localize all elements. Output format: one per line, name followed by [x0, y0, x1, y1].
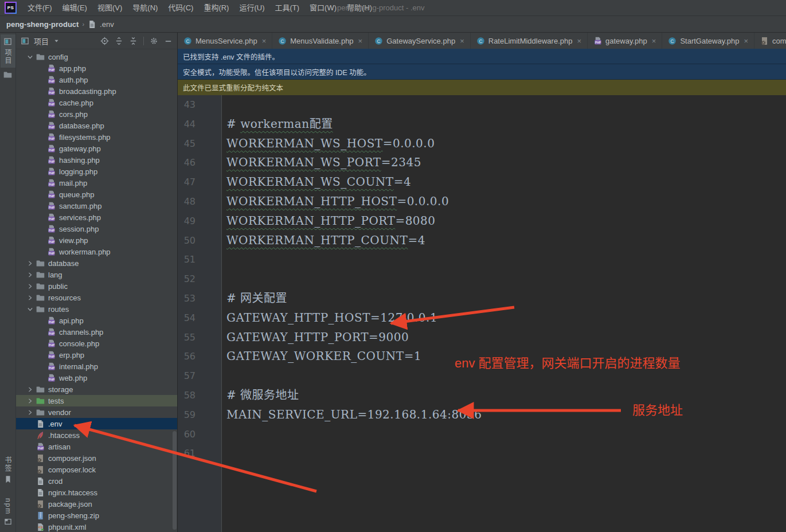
editor-tab[interactable]: CStartGateway.php× — [662, 33, 754, 49]
breadcrumb-project[interactable]: peng-sheng-product — [6, 20, 79, 29]
close-icon[interactable]: × — [652, 37, 656, 45]
tree-item[interactable]: tests — [16, 395, 177, 406]
tree-item[interactable]: .env — [16, 418, 177, 429]
locate-icon[interactable] — [100, 37, 109, 45]
tree-item[interactable]: PHPqueue.php — [16, 189, 177, 200]
tree-item[interactable]: vendor — [16, 406, 177, 418]
code-text[interactable]: # 微服务地址 — [226, 386, 299, 405]
chevron-right-icon[interactable] — [24, 271, 36, 279]
chevron-right-icon[interactable] — [24, 283, 36, 290]
tree-item[interactable]: PHPsanctum.php — [16, 200, 177, 212]
tree-item[interactable]: PHPfilesystems.php — [16, 131, 177, 143]
tree-item[interactable]: lang — [16, 269, 177, 280]
tree-item[interactable]: PHPapi.php — [16, 315, 177, 326]
menu-item[interactable]: 窗口(W) — [304, 0, 342, 15]
chevron-right-icon[interactable] — [24, 386, 36, 393]
hide-icon[interactable] — [164, 37, 173, 45]
tree-item[interactable]: .htaccess — [16, 429, 177, 441]
tree-item[interactable]: PHPconsole.php — [16, 338, 177, 349]
settings-icon[interactable] — [150, 37, 158, 45]
tree-item[interactable]: package.json — [16, 498, 177, 510]
tree-item[interactable]: composer.json — [16, 452, 177, 464]
chevron-right-icon[interactable] — [24, 294, 36, 302]
tree-item[interactable]: PHPhashing.php — [16, 154, 177, 166]
menu-item[interactable]: 视图(V) — [92, 0, 127, 15]
editor-tab[interactable]: PHPgateway.php× — [588, 33, 662, 49]
menu-item[interactable]: 导航(N) — [127, 0, 163, 15]
editor-tab[interactable]: CMenusService.php× — [178, 33, 272, 49]
tree-item[interactable]: PHPlogging.php — [16, 166, 177, 177]
tool-window-button-npm[interactable]: npm — [1, 495, 15, 529]
tree-item[interactable]: crod — [16, 475, 177, 487]
tree-item[interactable]: PHPinternal.php — [16, 361, 177, 372]
tree-item[interactable]: PHPworkerman.php — [16, 246, 177, 257]
code-text[interactable]: WORKERMAN_WS_COUNT=4 — [226, 173, 411, 192]
breadcrumb-file[interactable]: .env — [100, 20, 114, 29]
editor-tab[interactable]: composer.json — [754, 33, 786, 49]
chevron-right-icon[interactable] — [24, 409, 36, 416]
tree-item[interactable]: <>phpunit.xml — [16, 521, 177, 532]
code-text[interactable]: GATEWAY_WORKER_COUNT=1 — [226, 347, 421, 366]
tree-item[interactable]: PHPcors.php — [16, 108, 177, 120]
code-text[interactable]: WORKERMAN_HTTP_PORT=8080 — [226, 212, 436, 231]
code-text[interactable]: # 网关配置 — [226, 289, 287, 308]
tree-item[interactable]: PHPauth.php — [16, 74, 177, 85]
chevron-right-icon[interactable] — [24, 260, 36, 267]
menu-item[interactable]: 编辑(E) — [57, 0, 92, 15]
tree-item[interactable]: PHPdatabase.php — [16, 120, 177, 131]
chevron-down-icon[interactable] — [24, 53, 36, 61]
tree-item[interactable]: config — [16, 51, 177, 62]
chevron-right-icon[interactable] — [24, 397, 36, 405]
menu-item[interactable]: 重构(R) — [198, 0, 234, 15]
close-icon[interactable]: × — [358, 37, 363, 45]
editor-tab[interactable]: CMenusValidate.php× — [272, 33, 369, 49]
project-panel-title[interactable]: 项目 — [34, 36, 49, 46]
tool-window-button-书签[interactable]: 书签 — [1, 453, 15, 486]
menu-item[interactable]: 工具(T) — [269, 0, 304, 15]
tree-item[interactable]: database — [16, 257, 177, 269]
expand-all-icon[interactable] — [115, 37, 123, 45]
tree-item[interactable]: PHPbroadcasting.php — [16, 85, 177, 97]
tree-item[interactable]: routes — [16, 303, 177, 315]
tree-item[interactable]: composer.lock — [16, 464, 177, 475]
close-icon[interactable]: × — [262, 37, 267, 45]
tree-item[interactable]: PHPgateway.php — [16, 143, 177, 154]
code-text[interactable]: GATEWAY_HTTP_PORT=9000 — [226, 328, 409, 347]
tree-item[interactable]: nginx.htaccess — [16, 487, 177, 498]
collapse-all-icon[interactable] — [129, 37, 138, 45]
tree-item[interactable]: PHPapp.php — [16, 62, 177, 74]
tree-item[interactable]: PHPservices.php — [16, 212, 177, 223]
tree-item[interactable]: PHPweb.php — [16, 372, 177, 384]
tree-item[interactable]: resources — [16, 292, 177, 303]
tree-item[interactable]: peng-sheng.zip — [16, 510, 177, 521]
code-editor[interactable]: 4344# workerman配置45WORKERMAN_WS_HOST=0.0… — [178, 95, 786, 532]
close-icon[interactable]: × — [460, 37, 464, 45]
close-icon[interactable]: × — [577, 37, 581, 45]
menu-item[interactable]: 代码(C) — [163, 0, 198, 15]
tree-item[interactable]: PHPview.php — [16, 234, 177, 246]
chevron-down-icon[interactable] — [53, 38, 60, 44]
code-text[interactable]: # workerman配置 — [226, 115, 333, 134]
chevron-down-icon[interactable] — [24, 306, 36, 313]
code-text[interactable]: GATEWAY_HTTP_HOST=127.0.0.1 — [226, 308, 437, 328]
tree-item[interactable]: PHPmail.php — [16, 177, 177, 189]
close-icon[interactable]: × — [744, 37, 748, 45]
editor-tab[interactable]: CGatewayService.php× — [369, 33, 471, 49]
tree-item[interactable]: PHPartisan — [16, 441, 177, 452]
code-text[interactable]: WORKERMAN_HTTP_COUNT=4 — [226, 231, 425, 251]
tree-item[interactable]: public — [16, 280, 177, 292]
code-text[interactable]: WORKERMAN_WS_PORT=2345 — [226, 153, 421, 173]
tree-item[interactable]: PHPerp.php — [16, 349, 177, 361]
code-text[interactable]: MAIN_SERVICE_URL=192.168.1.64:8036 — [226, 405, 482, 425]
tree-item[interactable]: PHPcache.php — [16, 97, 177, 108]
project-scrollbar[interactable] — [173, 431, 177, 530]
menu-item[interactable]: 文件(F) — [22, 0, 57, 15]
code-text[interactable]: WORKERMAN_HTTP_HOST=0.0.0.0 — [226, 192, 449, 212]
tree-item[interactable]: storage — [16, 384, 177, 395]
tool-window-button-项目[interactable]: 项目 — [1, 34, 15, 68]
tool-window-button-folder[interactable] — [1, 68, 15, 82]
tree-item[interactable]: PHPsession.php — [16, 223, 177, 234]
tree-item[interactable]: PHPchannels.php — [16, 326, 177, 338]
editor-tab[interactable]: CRateLimitMiddleware.php× — [471, 33, 588, 49]
code-text[interactable]: WORKERMAN_WS_HOST=0.0.0.0 — [226, 134, 435, 154]
